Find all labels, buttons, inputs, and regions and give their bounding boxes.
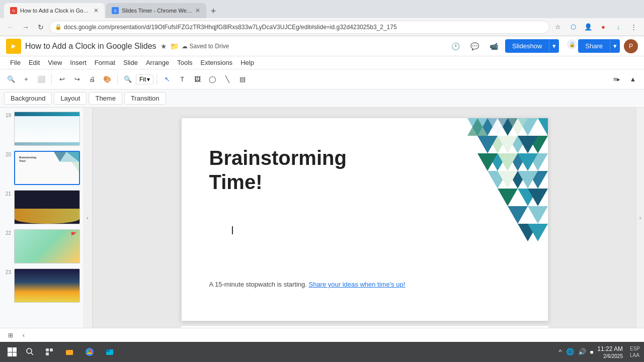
clock-display[interactable]: 11:22 AM 2/6/2025 <box>597 345 623 359</box>
panel-toggle-button[interactable]: ‹ <box>18 330 29 341</box>
menu-arrange[interactable]: Arrange <box>142 58 173 67</box>
slide-item-19[interactable]: 19 <box>2 110 81 148</box>
plugin-icon-1[interactable]: ● <box>597 21 610 34</box>
slides-logo: ▶ <box>6 39 21 54</box>
undo-button[interactable]: ↩ <box>55 72 69 86</box>
share-button[interactable]: Share <box>578 39 610 53</box>
slide-canvas-area[interactable]: Brainstorming Time! A 15-minute stopwatc… <box>93 108 636 328</box>
taskbar-taskview-button[interactable] <box>40 343 58 361</box>
menu-format[interactable]: Format <box>91 58 119 67</box>
address-bar[interactable]: 🔒 docs.google.com/presentation/d/19OtFuf… <box>49 21 549 34</box>
taskbar-search-button[interactable] <box>22 344 38 360</box>
browser-frame: G How to Add a Clock in Google ✕ S Slide… <box>0 0 644 362</box>
battery-icon[interactable]: ■ <box>590 349 594 355</box>
menu-extensions[interactable]: Extensions <box>197 58 237 67</box>
star-icon[interactable]: ★ <box>160 42 167 50</box>
menu-view[interactable]: View <box>44 58 66 67</box>
menu-tools[interactable]: Tools <box>173 58 196 67</box>
panel-collapse-button[interactable]: ‹ <box>85 213 90 223</box>
align-tool-button[interactable]: ≡▸ <box>610 72 624 86</box>
comment-tool-button[interactable]: ▤ <box>235 72 250 86</box>
line-tool-button[interactable]: ╲ <box>220 72 234 86</box>
app-body: ▶ How to Add a Clock in Google Slides ★ … <box>0 36 644 342</box>
main-content: 19 20 BrainstormingTime! <box>0 108 644 328</box>
slideshow-button[interactable]: Slideshow <box>505 39 549 53</box>
main-toolbar: 🔍 + ⬜ ↩ ↪ 🖨 🎨 🔍 Fit ▾ ↖ T 🖼 ◯ ╲ ▤ ≡▸ ▲ <box>0 69 644 89</box>
share-group: 🔒 Share ▾ <box>567 39 620 53</box>
svg-marker-7 <box>538 118 548 136</box>
bottom-bar: ⊞ ‹ <box>0 328 644 342</box>
cursor-tool-button[interactable]: ↖ <box>160 72 174 86</box>
folder-icon[interactable]: 📁 <box>170 42 179 50</box>
slide-item-23[interactable]: 23 <box>2 266 81 305</box>
zoom-out-button[interactable]: 🔍 <box>121 72 135 86</box>
bookmark-icon[interactable]: ☆ <box>551 21 565 34</box>
zoom-fit-select[interactable]: Fit ▾ <box>136 74 153 84</box>
theme-button[interactable]: Theme <box>89 92 122 105</box>
image-tool-button[interactable]: ⬜ <box>34 72 48 86</box>
menu-slide[interactable]: Slide <box>119 58 142 67</box>
camera-icon[interactable]: 📹 <box>486 39 501 54</box>
slide-thumb-23 <box>14 268 80 303</box>
plugin-icon-2[interactable]: ↓ <box>612 21 625 34</box>
comments-icon[interactable]: 💬 <box>467 39 482 54</box>
right-panel-collapse-button[interactable]: › <box>639 215 641 221</box>
back-button[interactable]: ← <box>4 21 17 34</box>
user-avatar[interactable]: P <box>624 39 638 53</box>
account-icon[interactable]: 👤 <box>582 21 595 34</box>
tab-2[interactable]: S Slides Timer - Chrome Web St... ✕ <box>106 3 206 18</box>
layout-button[interactable]: Layout <box>54 92 87 105</box>
extensions-icon[interactable]: ⬡ <box>567 21 580 34</box>
menu-file[interactable]: File <box>6 58 25 67</box>
tray-chevron-icon[interactable]: ^ <box>559 348 562 355</box>
slide-canvas[interactable]: Brainstorming Time! A 15-minute stopwatc… <box>181 118 548 321</box>
tab-bar: G How to Add a Clock in Google ✕ S Slide… <box>0 0 644 18</box>
collapse-toolbar-button[interactable]: ▲ <box>626 72 640 86</box>
new-tab-button[interactable]: + <box>206 4 220 18</box>
lock-share-icon: 🔒 <box>567 39 577 49</box>
taskbar-chrome-button[interactable] <box>80 343 99 361</box>
cursor-indicator <box>232 226 236 234</box>
search-tool-button[interactable]: 🔍 <box>4 72 18 86</box>
slideshow-dropdown-button[interactable]: ▾ <box>549 39 559 53</box>
slide-item-20[interactable]: 20 BrainstormingTime! <box>2 149 81 187</box>
notes-area[interactable]: Click to add speaker notes <box>181 325 548 328</box>
shape-tool-button[interactable]: ◯ <box>205 72 219 86</box>
redo-button[interactable]: ↪ <box>70 72 84 86</box>
transition-button[interactable]: Transition <box>124 92 166 105</box>
tab1-close-icon[interactable]: ✕ <box>94 7 99 14</box>
slide-thumb-19 <box>14 112 80 146</box>
grid-view-button[interactable]: ⊞ <box>5 330 16 341</box>
history-icon[interactable]: 🕐 <box>448 39 463 54</box>
text-tool-button[interactable]: T <box>175 72 189 86</box>
bottom-nav-buttons: ⊞ ‹ <box>5 330 29 341</box>
tab2-close-icon[interactable]: ✕ <box>195 7 200 14</box>
share-dropdown-button[interactable]: ▾ <box>610 39 620 53</box>
taskbar-tray: ^ 🌐 🔊 ■ 11:22 AM 2/6/2025 ESP LAA <box>559 345 640 359</box>
taskbar-files-button[interactable] <box>60 343 78 361</box>
slide-body[interactable]: A 15-minute stopwatch is starting. Share… <box>209 281 406 288</box>
taskbar-explorer-button[interactable] <box>101 343 119 361</box>
tab-1[interactable]: G How to Add a Clock in Google ✕ <box>4 3 105 18</box>
right-panel: › <box>636 108 644 328</box>
slide-item-21[interactable]: 21 <box>2 188 81 226</box>
print-button[interactable]: 🖨 <box>85 72 99 86</box>
menu-edit[interactable]: Edit <box>25 58 44 67</box>
paint-format-button[interactable]: 🎨 <box>100 72 114 86</box>
forward-button[interactable]: → <box>19 21 32 34</box>
start-button[interactable] <box>4 344 20 360</box>
slide-title[interactable]: Brainstorming Time! <box>209 146 347 194</box>
image-insert-button[interactable]: 🖼 <box>190 72 204 86</box>
plus-button[interactable]: + <box>19 72 33 86</box>
browser-menu-icon[interactable]: ⋮ <box>627 21 640 34</box>
slide-link[interactable]: Share your ideas when time's up! <box>308 281 405 288</box>
slide-item-22[interactable]: 22 <box>2 227 81 265</box>
background-button[interactable]: Background <box>4 92 52 105</box>
menu-insert[interactable]: Insert <box>66 58 91 67</box>
menu-help[interactable]: Help <box>236 58 258 67</box>
reload-button[interactable]: ↻ <box>34 21 47 34</box>
network-icon[interactable]: 🌐 <box>566 348 574 355</box>
speaker-icon[interactable]: 🔊 <box>578 348 586 355</box>
svg-rect-41 <box>46 352 49 355</box>
title-actions: ★ 📁 ☁ Saved to Drive <box>160 42 229 50</box>
